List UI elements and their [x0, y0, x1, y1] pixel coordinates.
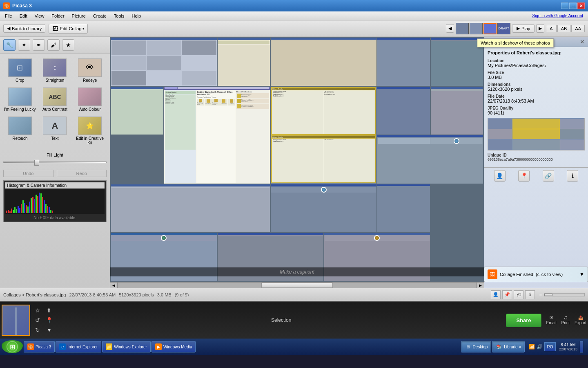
- right-panel: ≡ Properties ✕ Properties of Robert's cl…: [484, 37, 588, 288]
- menu-tools[interactable]: Tools: [111, 13, 128, 19]
- panel-person-icon-button[interactable]: 👤: [494, 170, 506, 182]
- taskbar-item-media[interactable]: ▶ Windows Media: [151, 341, 196, 352]
- show-desktop-button[interactable]: [580, 341, 583, 352]
- email-icon: ✉: [550, 315, 553, 320]
- retouch-tool[interactable]: Retouch: [3, 115, 37, 147]
- explorer-icon: 📁: [106, 343, 112, 350]
- location-pin-btn[interactable]: 📍: [45, 316, 53, 324]
- scrollbar-thumb-h[interactable]: [261, 283, 333, 288]
- text-tool[interactable]: A Text: [38, 115, 72, 147]
- tool-effects-button[interactable]: ★: [62, 39, 74, 51]
- upload-btn[interactable]: ⬆: [45, 306, 53, 314]
- status-view-icons: 👤 📌 🏷 ℹ: [491, 290, 535, 299]
- thumb-2[interactable]: [470, 23, 483, 34]
- filesize-row: File Size 3.0 MB: [488, 70, 585, 80]
- crop-tool[interactable]: ⊡ Crop: [3, 57, 37, 84]
- colour-thumb: [78, 88, 102, 106]
- next-photo-button[interactable]: ▶: [536, 24, 544, 33]
- panel-location-icon-button[interactable]: 📍: [518, 170, 530, 182]
- play-button[interactable]: ▶ Play: [512, 24, 535, 33]
- taskbar-item-desktop[interactable]: 🖥 Desktop: [461, 341, 492, 352]
- slider-track: [3, 162, 107, 163]
- status-person-btn[interactable]: 👤: [491, 290, 501, 299]
- volume-icon[interactable]: 🔊: [537, 344, 543, 350]
- lucky-label: I'm Feeling Lucky: [4, 107, 36, 112]
- text-size-a-button[interactable]: A: [546, 25, 556, 32]
- tool-tune-button[interactable]: ✦: [18, 39, 30, 51]
- undo-button[interactable]: Undo: [3, 170, 53, 177]
- menu-file[interactable]: File: [2, 13, 16, 19]
- filedate-row: File Date 22/07/2013 8:40:53 AM: [488, 94, 585, 103]
- collage-cell-10: [431, 87, 483, 135]
- edit-collage-button[interactable]: 🖼 Edit Collage: [49, 24, 87, 34]
- start-button[interactable]: ⊞: [2, 340, 23, 353]
- taskbar-item-picasa[interactable]: 🎨 Picasa 3: [24, 341, 55, 352]
- panel-link-icon-button[interactable]: 🔗: [543, 170, 554, 182]
- back-arrow-icon: ◀: [7, 26, 10, 31]
- redeye-tool[interactable]: 👁 Redeye: [73, 57, 107, 84]
- menu-items: File Edit View Folder Picture Create Too…: [2, 13, 144, 19]
- export-action[interactable]: 📤 Export: [575, 315, 586, 325]
- crop-thumb: ⊡: [8, 58, 32, 77]
- menu-create[interactable]: Create: [90, 13, 110, 19]
- status-pin-btn[interactable]: 📌: [502, 290, 512, 299]
- creative-label: Edit in Creative Kit: [74, 136, 106, 145]
- window-controls: ─ □ ✕: [561, 2, 585, 9]
- star-button[interactable]: ☆: [33, 306, 42, 314]
- language-button[interactable]: RO: [544, 342, 556, 351]
- colour-tool[interactable]: Auto Colour: [73, 86, 107, 113]
- redo-button[interactable]: Redo: [57, 170, 107, 177]
- zoom-out-btn[interactable]: −: [538, 292, 543, 297]
- close-button[interactable]: ✕: [577, 2, 585, 9]
- tool-eyedropper-button[interactable]: ✒: [33, 39, 45, 51]
- sign-in-link[interactable]: Sign in with Google Account: [532, 13, 583, 18]
- taskbar-item-explorer[interactable]: 📁 Windows Explorer: [102, 341, 151, 352]
- share-button[interactable]: Share: [506, 314, 541, 327]
- maximize-button[interactable]: □: [569, 2, 577, 9]
- creative-tool[interactable]: ⭐ Edit in Creative Kit: [73, 115, 107, 147]
- status-info-btn[interactable]: ℹ: [525, 290, 535, 299]
- collage-notification[interactable]: 🖼 Collage Finished! (click to view) ▼: [484, 267, 588, 282]
- slider-thumb[interactable]: [34, 160, 39, 166]
- prev-photo-button[interactable]: ◀: [446, 24, 454, 33]
- menu-edit[interactable]: Edit: [16, 13, 31, 19]
- fill-light-slider[interactable]: [3, 159, 107, 166]
- collage-cell-13: [271, 184, 376, 233]
- lucky-tool[interactable]: I'm Feeling Lucky: [3, 86, 37, 113]
- menu-view[interactable]: View: [31, 13, 48, 19]
- scroll-right-btn[interactable]: ▶: [477, 283, 484, 288]
- tool-brush-button[interactable]: 🖌: [47, 39, 60, 51]
- minimize-button[interactable]: ─: [561, 2, 568, 9]
- straighten-tool[interactable]: ↕ Straighten: [38, 57, 72, 84]
- menu-help[interactable]: Help: [129, 13, 145, 19]
- thumb-1[interactable]: [456, 23, 469, 34]
- taskbar-item-libraries[interactable]: 📚 Librarie »: [492, 341, 525, 352]
- rotate-left-btn[interactable]: ↺: [33, 316, 42, 324]
- more-btn[interactable]: ▾: [45, 326, 53, 334]
- email-action[interactable]: ✉ Email: [546, 315, 557, 325]
- filmstrip-thumb-1[interactable]: [2, 305, 30, 336]
- properties-close-button[interactable]: ✕: [580, 38, 585, 45]
- title-icon: 🎨: [3, 2, 10, 9]
- rotate-right-btn[interactable]: ↻: [33, 326, 42, 334]
- taskbar-item-ie[interactable]: e Internet Explorer: [56, 341, 101, 352]
- menu-folder[interactable]: Folder: [48, 13, 67, 19]
- text-size-ab-button[interactable]: AB: [557, 25, 571, 32]
- thumb-4[interactable]: DRAFT: [497, 23, 510, 34]
- caption-bar[interactable]: Make a caption!: [110, 267, 484, 276]
- scroll-left-btn[interactable]: ◀: [110, 283, 118, 288]
- text-size-aa-button[interactable]: AA: [571, 25, 585, 32]
- status-count: (9 of 9): [175, 292, 189, 297]
- back-to-library-button[interactable]: ◀ Back to Library: [3, 24, 45, 33]
- prev-arrow-icon: ◀: [448, 26, 452, 31]
- panel-info-icon-button[interactable]: ℹ: [567, 170, 578, 182]
- zoom-thumb[interactable]: [544, 294, 552, 296]
- thumb-3[interactable]: [483, 23, 497, 34]
- print-action[interactable]: 🖨 Print: [561, 315, 570, 325]
- retouch-thumb: [8, 117, 32, 135]
- tool-fix-button[interactable]: 🔧: [3, 39, 16, 51]
- notification-arrow: ▼: [579, 272, 584, 277]
- menu-picture[interactable]: Picture: [69, 13, 89, 19]
- contrast-tool[interactable]: ABC Auto Contrast: [38, 86, 72, 113]
- status-tag-btn[interactable]: 🏷: [514, 290, 523, 299]
